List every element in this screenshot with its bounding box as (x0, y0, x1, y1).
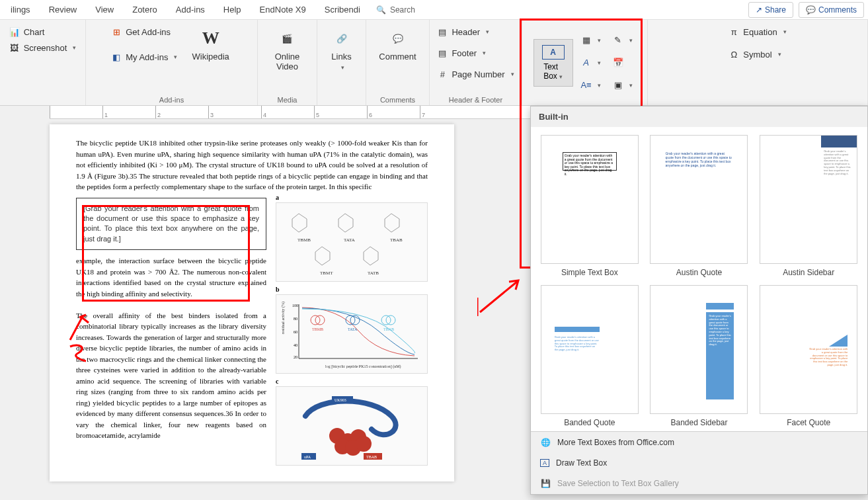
svg-text:TBAB: TBAB (390, 237, 403, 243)
equation-icon: π (729, 26, 739, 37)
draw-text-box-button[interactable]: A Draw Text Box (531, 453, 867, 473)
gallery-caption: Banded Quote (564, 418, 615, 427)
signature-line-button[interactable]: ✎ (609, 32, 637, 48)
save-icon: 💾 (540, 478, 551, 489)
object-button[interactable]: ▣ (609, 77, 637, 93)
thumb-banded-quote: Grab your reader's attention with a grea… (541, 285, 639, 414)
gallery-caption: Austin Quote (676, 268, 722, 277)
header-button[interactable]: ▤Header (433, 24, 518, 40)
thumb-sample-text: Grab your reader's attention with a grea… (665, 151, 732, 167)
group-label-text (529, 101, 641, 104)
quick-parts-button[interactable]: ▦ (577, 32, 605, 48)
myaddins-icon: ◧ (111, 52, 122, 62)
svg-text:100: 100 (292, 304, 298, 308)
svg-text:TBMT: TBMT (320, 271, 333, 276)
group-label-links (324, 101, 359, 104)
thumb-simple-text-box: Grab your reader's attention with a grea… (541, 135, 639, 264)
text-box-label: Text Box (543, 62, 563, 81)
online-video-button[interactable]: 🎬 Online Video (268, 24, 307, 75)
footer-button[interactable]: ▤Footer (433, 45, 518, 61)
gallery-caption: Austin Sidebar (783, 268, 834, 277)
chart-label: Chart (24, 27, 45, 37)
quickparts-icon: ▦ (581, 35, 592, 46)
page[interactable]: The bicyclic peptide UK18 inhibited othe… (50, 124, 454, 481)
comment-button[interactable]: 💬 Comment (372, 24, 422, 65)
drop-cap-button[interactable]: A≡ (577, 77, 605, 93)
gallery-item-facet-quote[interactable]: Grab your reader's attention with a grea… (758, 285, 859, 427)
gallery-caption: Simple Text Box (561, 268, 618, 277)
get-addins-label: Get Add-ins (126, 27, 171, 37)
group-label-symbols (654, 101, 861, 104)
ruler-tick: 3 (208, 106, 261, 118)
doc-paragraph: The bicyclic peptide UK18 inhibited othe… (76, 138, 428, 192)
svg-text:40: 40 (294, 343, 297, 347)
equation-button[interactable]: πEquation (725, 24, 790, 40)
svg-text:TATA: TATA (344, 237, 355, 243)
svg-text:UK903: UK903 (335, 398, 346, 402)
tab-help[interactable]: Help (214, 1, 251, 19)
wordart-button[interactable]: A (577, 55, 605, 71)
online-video-label: Online Video (275, 52, 300, 71)
gallery-item-austin-sidebar[interactable]: Grab your reader's attention with a grea… (758, 135, 859, 277)
figure-c: UK903 uPA TBAB (276, 386, 428, 466)
tab-zotero[interactable]: Zotero (123, 1, 167, 19)
tab-view[interactable]: View (86, 1, 123, 19)
date-time-button[interactable]: 📅 (609, 55, 637, 71)
tab-review[interactable]: Review (40, 1, 87, 19)
share-button[interactable]: ↗ Share (748, 2, 793, 18)
search-box[interactable]: 🔍 Search (370, 5, 422, 15)
search-icon: 🔍 (376, 5, 386, 15)
tab-scribendi[interactable]: Scribendi (315, 1, 370, 19)
gallery-item-simple-text-box[interactable]: Grab your reader's attention with a grea… (539, 135, 641, 277)
svg-marker-4 (364, 247, 378, 265)
comments-label: Comments (818, 5, 857, 15)
gallery-caption: Facet Quote (787, 418, 830, 427)
gallery-item-banded-sidebar[interactable]: Grab your reader's attention with a grea… (649, 285, 750, 427)
save-selection-button[interactable]: 💾 Save Selection to Text Box Gallery (531, 473, 867, 494)
svg-text:TBMB: TBMB (312, 327, 323, 331)
symbol-label: Symbol (743, 50, 771, 60)
globe-icon: 🌐 (540, 437, 551, 448)
text-box-button[interactable]: A Text Box (533, 39, 573, 87)
symbol-button[interactable]: ΩSymbol (725, 46, 790, 62)
link-icon: 🔗 (331, 28, 352, 49)
page-number-label: Page Number (452, 69, 504, 79)
svg-marker-3 (315, 247, 330, 265)
chart-button[interactable]: 📊Chart (5, 24, 81, 40)
screenshot-icon: 🖼 (9, 42, 20, 53)
thumb-sample-text: Grab your reader's attention with a grea… (824, 150, 853, 175)
comments-icon: 💬 (806, 5, 816, 15)
inserted-text-box[interactable]: [Grab your reader's attention with a gre… (76, 198, 266, 251)
svg-marker-1 (338, 214, 353, 232)
links-button[interactable]: 🔗 Links (325, 24, 359, 75)
svg-text:uPA: uPA (304, 455, 311, 459)
comments-button[interactable]: 💬 Comments (799, 2, 864, 18)
footer-icon: ▤ (437, 48, 448, 58)
equation-label: Equation (743, 27, 777, 37)
svg-marker-0 (292, 214, 307, 232)
text-box-gallery: Grab your reader's attention with a grea… (531, 127, 867, 431)
tab-endnote[interactable]: EndNote X9 (251, 1, 315, 19)
tab-addins[interactable]: Add-ins (167, 1, 214, 19)
wikipedia-button[interactable]: W Wikipedia (185, 24, 235, 65)
page-number-button[interactable]: #Page Number (433, 66, 518, 82)
svg-text:TBAB: TBAB (383, 327, 394, 331)
ruler-tick: 6 (367, 106, 420, 118)
svg-text:60: 60 (294, 330, 297, 334)
top-tabs: ilings Review View Zotero Add-ins Help E… (0, 0, 868, 20)
figure-b-chart: residual activity (%) log [bicyclic pept… (276, 294, 428, 374)
more-text-boxes-button[interactable]: 🌐 More Text Boxes from Office.com (531, 432, 867, 453)
thumb-facet-quote: Grab your reader's attention with a grea… (760, 285, 857, 414)
ruler-tick: 7 (420, 106, 473, 118)
gallery-item-austin-quote[interactable]: Grab your reader's attention with a grea… (649, 135, 750, 277)
gallery-caption: Banded Sidebar (670, 418, 727, 427)
get-addins-button[interactable]: ⊞Get Add-ins (107, 24, 181, 40)
my-addins-button[interactable]: ◧My Add-ins (107, 49, 181, 65)
screenshot-button[interactable]: 🖼Screenshot (5, 40, 81, 56)
links-label: Links (331, 52, 351, 62)
ruler-tick: 4 (261, 106, 314, 118)
comment-icon: 💬 (387, 28, 409, 49)
video-icon: 🎬 (276, 28, 297, 49)
gallery-item-banded-quote[interactable]: Grab your reader's attention with a grea… (539, 285, 641, 427)
tab-mailings[interactable]: ilings (1, 1, 40, 19)
